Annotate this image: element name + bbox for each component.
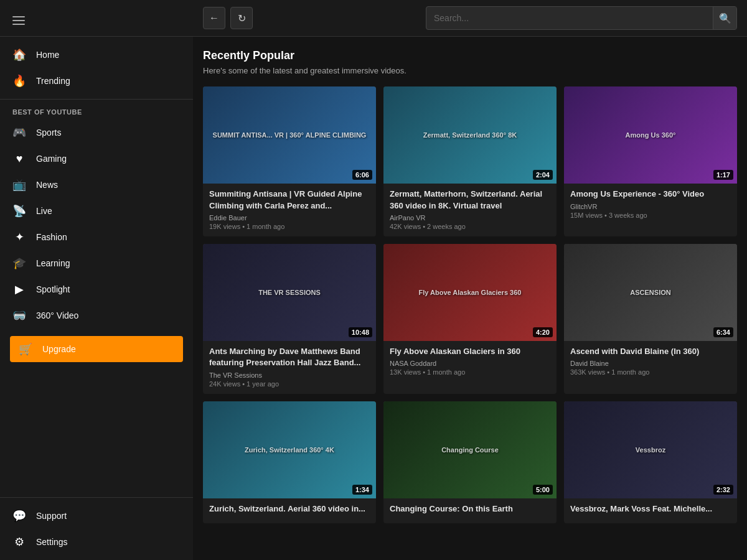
duration-badge: 6:06 [352, 170, 372, 180]
video-info: Zermatt, Matterhorn, Switzerland. Aerial… [383, 184, 557, 236]
sidebar-item-upgrade[interactable]: 🛒 Upgrade [10, 336, 183, 362]
upgrade-cart-icon: 🛒 [19, 342, 32, 356]
sidebar-bottom-nav: 💬 Support ⚙ Settings [0, 497, 193, 560]
video-info: Ants Marching by Dave Matthews Band feat… [203, 341, 376, 393]
sidebar-item-learning[interactable]: 🎓 Learning [0, 250, 193, 276]
settings-icon: ⚙ [12, 535, 26, 549]
video-card[interactable]: Changing Course 5:00 Changing Course: On… [383, 401, 557, 524]
sidebar-item-settings[interactable]: ⚙ Settings [0, 529, 193, 555]
video-title: Among Us Experience - 360° Video [570, 189, 731, 200]
video-card[interactable]: Vessbroz 2:32 Vessbroz, Mark Voss Feat. … [564, 401, 737, 524]
sidebar-item-sports[interactable]: 🎮 Sports [0, 119, 193, 146]
video-info: Zurich, Switzerland. Aerial 360 video in… [203, 498, 376, 523]
video-title: Fly Above Alaskan Glaciers in 360 [390, 346, 550, 357]
sidebar: 🏠 Home 🔥 Trending BEST OF YOUTUBE 🎮 Spor… [0, 0, 193, 560]
fashion-icon: ✦ [12, 230, 26, 244]
video-grid: SUMMIT ANTISA... VR | 360° ALPINE CLIMBI… [203, 86, 737, 523]
video-title: Changing Course: On this Earth [390, 503, 550, 515]
duration-badge: 2:04 [533, 170, 553, 180]
video-title: Ascend with David Blaine (In 360) [570, 346, 731, 357]
back-icon: ← [209, 12, 219, 24]
video-thumbnail: SUMMIT ANTISA... VR | 360° ALPINE CLIMBI… [203, 86, 376, 184]
support-icon: 💬 [12, 509, 26, 523]
spotlight-icon: ▶ [12, 282, 26, 296]
sidebar-main-nav: 🏠 Home 🔥 Trending [0, 37, 193, 100]
refresh-icon: ↻ [238, 12, 246, 24]
video-thumbnail: Zurich, Switzerland 360° 4K 1:34 [203, 401, 376, 498]
video-channel: NASA Goddard [390, 360, 550, 367]
video-card[interactable]: THE VR SESSIONS 10:48 Ants Marching by D… [203, 244, 376, 394]
sidebar-top [0, 0, 193, 37]
section-subtitle: Here's some of the latest and greatest i… [203, 66, 737, 75]
upgrade-label: Upgrade [42, 344, 76, 354]
upgrade-section: 🛒 Upgrade [0, 329, 193, 370]
sidebar-item-label: Gaming [36, 154, 67, 164]
sidebar-item-support[interactable]: 💬 Support [0, 503, 193, 529]
sidebar-item-spotlight[interactable]: ▶ Spotlight [0, 276, 193, 302]
duration-badge: 5:00 [533, 485, 553, 495]
video-channel: GlitchVR [570, 203, 731, 210]
hamburger-icon [12, 16, 25, 25]
sidebar-item-label: Live [36, 206, 52, 216]
video-meta: 24K views • 1 year ago [209, 380, 370, 388]
sidebar-item-label: Home [36, 50, 59, 60]
video-thumbnail: ASCENSION 6:34 [564, 244, 737, 341]
content-area: Recently Popular Here's some of the late… [193, 37, 747, 560]
video-card[interactable]: SUMMIT ANTISA... VR | 360° ALPINE CLIMBI… [203, 86, 376, 236]
duration-badge: 1:17 [713, 170, 733, 180]
video-card[interactable]: ASCENSION 6:34 Ascend with David Blaine … [564, 244, 737, 394]
sidebar-item-home[interactable]: 🏠 Home [0, 42, 193, 68]
home-icon: 🏠 [12, 48, 26, 62]
video-title: Zurich, Switzerland. Aerial 360 video in… [209, 503, 370, 515]
back-button[interactable]: ← [203, 7, 225, 29]
video-title: Summiting Antisana | VR Guided Alpine Cl… [209, 189, 370, 211]
video-meta: 42K views • 2 weeks ago [390, 223, 550, 230]
sidebar-item-gaming[interactable]: ♥ Gaming [0, 146, 193, 172]
duration-badge: 2:32 [713, 485, 733, 495]
sidebar-item-label: Spotlight [36, 284, 70, 294]
video-title: Ants Marching by Dave Matthews Band feat… [209, 346, 370, 368]
video-info: Summiting Antisana | VR Guided Alpine Cl… [203, 184, 376, 236]
search-button[interactable]: 🔍 [713, 7, 736, 29]
section-title: Recently Popular [203, 49, 737, 62]
video-title: Zermatt, Matterhorn, Switzerland. Aerial… [390, 189, 550, 211]
search-icon: 🔍 [719, 12, 731, 24]
learning-icon: 🎓 [12, 256, 26, 270]
sidebar-item-trending[interactable]: 🔥 Trending [0, 68, 193, 94]
video-card[interactable]: Zurich, Switzerland 360° 4K 1:34 Zurich,… [203, 401, 376, 524]
video-meta: 13K views • 1 month ago [390, 368, 550, 376]
video-channel: David Blaine [570, 360, 731, 367]
360video-icon: 🥽 [12, 309, 26, 322]
video-card[interactable]: Fly Above Alaskan Glaciers 360 4:20 Fly … [383, 244, 557, 394]
trending-icon: 🔥 [12, 74, 26, 88]
sidebar-item-label: News [36, 180, 58, 190]
news-icon: 📺 [12, 178, 26, 192]
video-meta: 15M views • 3 weeks ago [570, 212, 731, 219]
video-thumbnail: Among Us 360° 1:17 [564, 86, 737, 184]
search-container: 🔍 [426, 6, 737, 30]
video-card[interactable]: Among Us 360° 1:17 Among Us Experience -… [564, 86, 737, 236]
refresh-button[interactable]: ↻ [230, 7, 253, 29]
gaming-icon: ♥ [12, 152, 26, 166]
sidebar-item-label: Trending [36, 76, 70, 86]
sidebar-item-label: Fashion [36, 232, 67, 242]
video-thumbnail: Fly Above Alaskan Glaciers 360 4:20 [383, 244, 557, 341]
duration-badge: 6:34 [713, 327, 733, 337]
search-input[interactable] [426, 8, 713, 28]
video-card[interactable]: Zermatt, Switzerland 360° 8K 2:04 Zermat… [383, 86, 557, 236]
sidebar-item-360video[interactable]: 🥽 360° Video [0, 302, 193, 329]
duration-badge: 4:20 [533, 327, 553, 337]
sidebar-item-label: Learning [36, 258, 70, 268]
duration-badge: 1:34 [352, 485, 372, 495]
sidebar-item-live[interactable]: 📡 Live [0, 198, 193, 224]
duration-badge: 10:48 [349, 327, 372, 337]
sidebar-item-label: 360° Video [36, 310, 78, 320]
best-of-youtube-section: BEST OF YOUTUBE 🎮 Sports ♥ Gaming 📺 News… [0, 100, 193, 329]
sidebar-item-fashion[interactable]: ✦ Fashion [0, 224, 193, 250]
video-title: Vessbroz, Mark Voss Feat. Michelle... [570, 503, 731, 515]
video-channel: AirPano VR [390, 214, 550, 222]
video-info: Among Us Experience - 360° Video GlitchV… [564, 184, 737, 225]
hamburger-button[interactable] [10, 14, 27, 27]
section-label: BEST OF YOUTUBE [0, 100, 193, 119]
sidebar-item-news[interactable]: 📺 News [0, 172, 193, 198]
